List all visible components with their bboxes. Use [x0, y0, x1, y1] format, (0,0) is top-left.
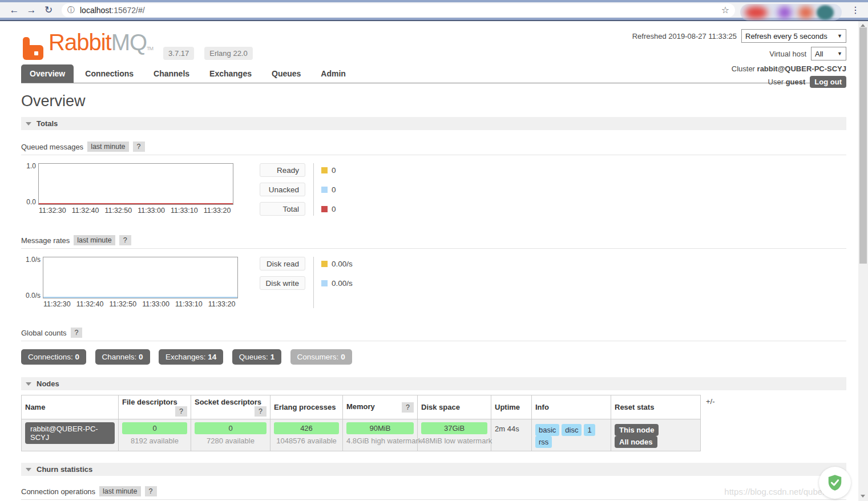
header-controls: Refreshed 2019-08-27 11:33:25 Refresh ev…: [632, 29, 846, 92]
bookmark-star-icon[interactable]: ☆: [721, 5, 729, 15]
legend-label-disk-read: Disk read: [260, 257, 305, 270]
reset-all-nodes-button[interactable]: All nodes: [615, 436, 657, 448]
x-axis-ticks: 11:32:30 11:32:40 11:32:50 11:33:00 11:3…: [39, 207, 233, 215]
logout-button[interactable]: Log out: [810, 76, 846, 88]
app-title: RabbitMQTM: [49, 31, 153, 60]
x-axis-ticks: 11:32:30 11:32:40 11:32:50 11:33:00 11:3…: [43, 300, 238, 308]
legend-label-disk-write: Disk write: [260, 276, 305, 290]
y-axis-max: 1.0/s: [26, 257, 41, 262]
browser-menu-icon[interactable]: ⋮: [851, 5, 860, 15]
page-info-icon[interactable]: ⓘ: [67, 5, 75, 15]
forward-icon[interactable]: →: [23, 5, 40, 16]
memory-cell: 90MiB 4.8GiB high watermark: [343, 419, 418, 451]
version-badge: 3.7.17: [163, 47, 194, 60]
info-tag: 1: [584, 424, 595, 436]
table-header-row: Name File descriptors? Socket descriptor…: [22, 395, 701, 419]
section-churn-statistics[interactable]: Churn statistics: [21, 463, 846, 476]
y-axis-min: 0.0/s: [26, 293, 41, 298]
x-tick: 11:33:10: [175, 300, 203, 308]
node-name-link[interactable]: rabbit@QUBER-PC-SCYJ: [25, 422, 115, 444]
page-title: Overview: [21, 92, 846, 110]
x-tick: 11:32:30: [39, 207, 66, 215]
info-tag: disc: [562, 424, 582, 436]
info-tag: basic: [535, 424, 559, 436]
column-toggle-link[interactable]: +/-: [706, 395, 715, 406]
browser-toolbar: ← → ↻ ⓘ localhost:15672/#/ ☆ ⋮: [0, 2, 868, 18]
reload-icon[interactable]: ↻: [40, 4, 57, 16]
col-memory: Memory?: [343, 395, 418, 419]
col-uptime: Uptime: [491, 395, 532, 419]
period-badge[interactable]: last minute: [87, 142, 128, 152]
period-badge[interactable]: last minute: [74, 235, 115, 245]
legend-swatch: [321, 280, 328, 286]
tab-overview[interactable]: Overview: [21, 64, 74, 83]
adguard-shield-button[interactable]: [819, 467, 851, 499]
help-icon[interactable]: ?: [145, 486, 157, 496]
shield-check-icon: [826, 474, 843, 491]
section-totals[interactable]: Totals: [21, 117, 846, 130]
global-counts: Connections: 0 Channels: 0 Exchanges: 14…: [21, 349, 846, 365]
extension-blob-icon: [745, 6, 768, 19]
help-icon[interactable]: ?: [255, 406, 267, 417]
x-tick: 11:32:50: [109, 300, 136, 308]
chart-legend: Ready Unacked Total 0 0 0: [260, 163, 336, 216]
legend-value: 0.00/s: [332, 260, 353, 268]
col-file-descriptors: File descriptors?: [119, 395, 191, 419]
chart-legend: Disk read Disk write 0.00/s 0.00/s: [260, 257, 353, 308]
tab-channels[interactable]: Channels: [145, 64, 198, 83]
file-descriptors-cell: 0 8192 available: [119, 419, 191, 451]
col-disk-space: Disk space: [418, 395, 491, 419]
browser-extensions-blurred[interactable]: [740, 4, 842, 21]
erlang-badge: Erlang 22.0: [204, 47, 253, 60]
legend-swatch: [321, 261, 328, 267]
period-badge[interactable]: last minute: [99, 486, 140, 496]
uptime-cell: 2m 44s: [491, 419, 532, 451]
message-rates-header: Message rates last minute ?: [21, 235, 846, 249]
tab-exchanges[interactable]: Exchanges: [201, 64, 260, 83]
tab-connections[interactable]: Connections: [76, 64, 142, 83]
help-icon[interactable]: ?: [119, 235, 131, 245]
legend-value: 0: [332, 205, 336, 213]
legend-value: 0: [332, 185, 336, 194]
x-tick: 11:33:20: [208, 300, 236, 308]
help-icon[interactable]: ?: [133, 142, 145, 152]
vhost-select[interactable]: All▼: [811, 47, 846, 60]
help-icon[interactable]: ?: [402, 402, 414, 413]
refresh-interval-select[interactable]: Refresh every 5 seconds▼: [741, 29, 846, 43]
legend-value: 0: [332, 166, 336, 175]
legend-swatch: [321, 167, 328, 173]
channels-count-badge: Channels: 0: [95, 349, 150, 365]
extension-blob-icon: [778, 6, 792, 19]
section-nodes[interactable]: Nodes: [21, 377, 846, 390]
tab-queues[interactable]: Queues: [263, 64, 309, 83]
address-bar[interactable]: ⓘ localhost:15672/#/ ☆: [62, 3, 735, 17]
erlang-processes-cell: 426 1048576 available: [271, 419, 343, 451]
connections-count-badge: Connections: 0: [21, 349, 86, 365]
legend-label-ready: Ready: [260, 163, 305, 177]
extension-blob-icon: [798, 6, 813, 19]
help-icon[interactable]: ?: [175, 406, 187, 417]
disk-space-cell: 37GiB 48MiB low watermark: [418, 419, 491, 451]
chart-plot-area: [43, 257, 238, 298]
queued-messages-header: Queued messages last minute ?: [21, 142, 846, 155]
user-label: User guest: [768, 78, 806, 86]
reset-this-node-button[interactable]: This node: [615, 424, 659, 436]
legend-label-total: Total: [260, 202, 305, 216]
chevron-down-icon: ▼: [837, 51, 842, 56]
total-series-line: [39, 203, 233, 204]
x-tick: 11:33:00: [138, 207, 165, 215]
x-tick: 11:32:50: [104, 207, 132, 215]
cluster-label: Cluster rabbit@QUBER-PC-SCYJ: [732, 64, 846, 73]
x-tick: 11:32:40: [72, 207, 99, 215]
vhost-label: Virtual host: [769, 50, 806, 58]
url-text: localhost:15672/#/: [80, 6, 145, 15]
col-info: Info: [532, 395, 611, 419]
back-icon[interactable]: ←: [6, 5, 23, 16]
legend-label-unacked: Unacked: [260, 183, 305, 196]
consumers-count-badge: Consumers: 0: [290, 349, 352, 365]
x-tick: 11:33:10: [171, 207, 198, 215]
tab-admin[interactable]: Admin: [312, 64, 354, 83]
y-axis-max: 1.0: [26, 163, 36, 169]
help-icon[interactable]: ?: [71, 328, 83, 338]
x-tick: 11:33:00: [142, 300, 169, 308]
